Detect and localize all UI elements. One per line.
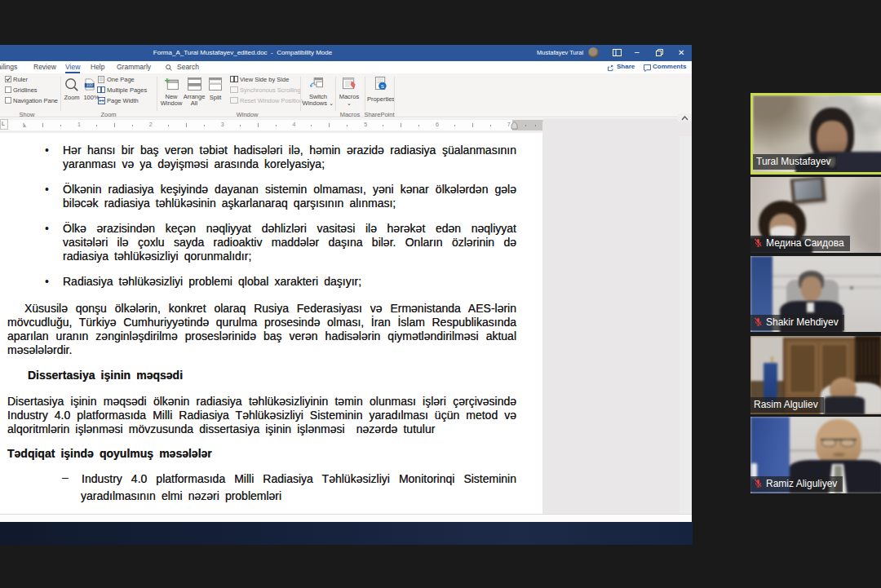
svg-text:S: S	[381, 83, 384, 89]
svg-text:100: 100	[86, 83, 93, 87]
